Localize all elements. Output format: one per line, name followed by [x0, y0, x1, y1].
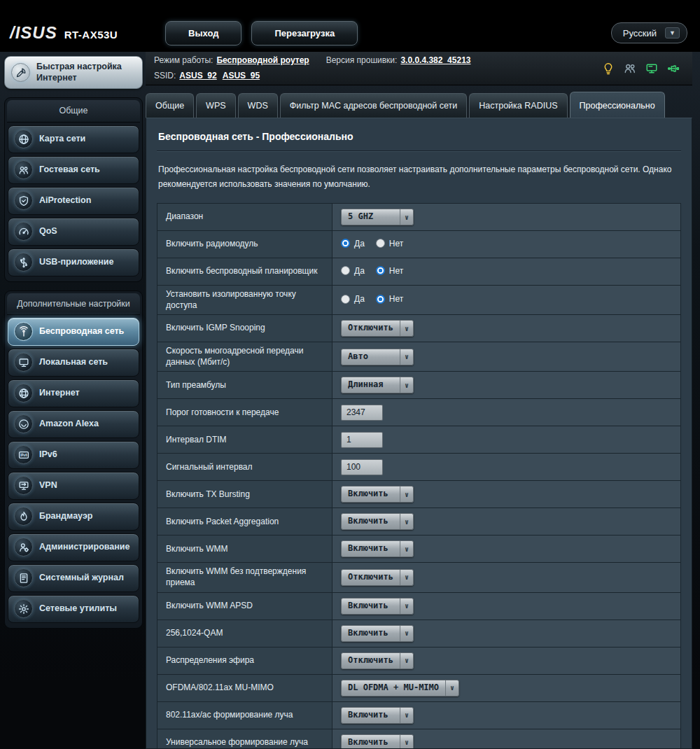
wmm-select[interactable]: Включить∨	[341, 540, 414, 557]
ssid-link-2[interactable]: ASUS_95	[223, 71, 260, 80]
sidebar-item-administration[interactable]: Администрирование	[8, 533, 139, 561]
isolated-ap-radio-no[interactable]: Нет	[376, 294, 403, 304]
qam-select[interactable]: Включить∨	[341, 625, 414, 642]
ipv6-icon: IPv6	[14, 445, 33, 464]
setting-value-cell	[332, 426, 681, 454]
setting-value-cell: ДаНет	[332, 286, 681, 315]
logout-button[interactable]: Выход	[165, 21, 241, 46]
operation-mode-link[interactable]: Беспроводной роутер	[216, 55, 309, 65]
radio-enable-radio-yes[interactable]: Да	[341, 239, 365, 248]
setting-row: Интервал DTIM	[158, 426, 681, 454]
setting-value-cell: Включить∨	[332, 620, 681, 647]
setting-row: 256,1024-QAMВключить∨	[158, 620, 681, 647]
setting-row: Включить радиомодульДаНет	[158, 231, 681, 258]
sidebar-item-aiprotection[interactable]: AiProtection	[8, 187, 139, 215]
setting-value-cell: Отключить∨	[332, 563, 681, 592]
rts-threshold-input[interactable]	[341, 405, 383, 421]
chevron-down-icon: ∨	[400, 321, 413, 336]
wmm-apsd-select[interactable]: Включить∨	[341, 598, 414, 615]
operation-mode-label: Режим работы:	[154, 55, 213, 65]
sidebar-item-system-log[interactable]: Системный журнал	[8, 564, 139, 592]
quick-setup-label: Быстрая настройка Интернет	[36, 62, 136, 83]
rocket-icon	[11, 63, 30, 82]
clients-icon[interactable]	[624, 62, 636, 75]
selected-value: Отключить	[342, 321, 400, 336]
airtime-fairness-select[interactable]: Отключить∨	[341, 652, 414, 669]
sidebar-item-alexa[interactable]: Amazon Alexa	[8, 410, 139, 438]
setting-row: Включить Packet AggregationВключить∨	[158, 508, 681, 536]
tx-bursting-select[interactable]: Включить∨	[341, 486, 414, 503]
setting-value-cell: Авто∨	[332, 342, 681, 372]
sidebar-item-guest-network[interactable]: Гостевая сеть	[8, 156, 139, 184]
guest-network-icon	[14, 160, 33, 179]
dtim-interval-input[interactable]	[341, 432, 383, 448]
isolated-ap-radio-yes[interactable]: Да	[341, 294, 365, 304]
setting-row: Диапазон5 GHZ∨	[158, 204, 681, 231]
ssid-link-1[interactable]: ASUS_92	[179, 71, 216, 80]
wireless-scheduler-radio-no[interactable]: Нет	[376, 266, 403, 276]
reboot-button[interactable]: Перезагрузка	[251, 21, 358, 46]
universal-beamforming-select[interactable]: Включить∨	[341, 734, 414, 749]
firmware-version-link[interactable]: 3.0.0.4.382_45213	[400, 55, 470, 65]
sidebar-item-lan[interactable]: Локальная сеть	[8, 349, 139, 377]
sidebar-section-title: Общие	[7, 100, 140, 122]
chevron-down-icon: ▼	[665, 27, 680, 38]
status-icons	[602, 62, 684, 75]
radio-enable-radio-no[interactable]: Нет	[376, 239, 403, 248]
chevron-down-icon: ∨	[400, 209, 413, 225]
router-model: RT-AX53U	[64, 29, 118, 41]
sidebar-item-ipv6[interactable]: IPv6IPv6	[8, 441, 139, 469]
sidebar-item-wan[interactable]: Интернет	[8, 379, 139, 407]
setting-row: Включить WMMВключить∨	[158, 536, 681, 563]
wmm-no-ack-select[interactable]: Отключить∨	[341, 569, 414, 586]
firewall-icon	[14, 507, 33, 526]
sidebar-item-vpn[interactable]: VPN	[8, 472, 139, 500]
sidebar-item-label: Карта сети	[39, 134, 85, 144]
tab-wps[interactable]: WPS	[196, 93, 235, 118]
setting-value-cell: Включить∨	[332, 536, 681, 563]
usb-device-icon[interactable]	[667, 62, 680, 75]
selected-value: Включить	[342, 735, 395, 749]
wan-icon	[14, 384, 33, 402]
selected-value: Длинная	[342, 377, 390, 393]
setting-row: Включить WMM APSDВключить∨	[158, 592, 681, 620]
sidebar-item-label: QoS	[39, 226, 57, 237]
sidebar-item-firewall[interactable]: Брандмауэр	[8, 503, 139, 531]
sidebar-item-qos[interactable]: QoS	[8, 218, 139, 246]
beacon-interval-input[interactable]	[341, 459, 383, 475]
setting-label: Интервал DTIM	[158, 426, 332, 454]
printer-icon[interactable]	[645, 62, 658, 75]
setting-value-cell: Включить∨	[332, 701, 681, 729]
selected-value: Включить	[342, 514, 395, 529]
tab-wds[interactable]: WDS	[238, 93, 278, 118]
tab-general[interactable]: Общие	[146, 93, 194, 118]
sidebar-item-network-map[interactable]: Карта сети	[8, 125, 139, 153]
content-panel: Беспроводная сеть - Профессионально Проф…	[146, 118, 692, 749]
setting-row: 802.11ax/ac формирование лучаВключить∨	[158, 701, 681, 729]
sidebar-item-usb-app[interactable]: USB-приложение	[8, 248, 139, 276]
sidebar-item-wireless[interactable]: Беспроводная сеть	[8, 318, 139, 346]
igmp-snooping-select[interactable]: Отключить∨	[341, 320, 414, 337]
setting-row: OFDMA/802.11ax MU-MIMODL OFDMA + MU-MIMO…	[158, 674, 681, 701]
tab-professional[interactable]: Профессионально	[570, 92, 665, 118]
preamble-type-select[interactable]: Длинная∨	[341, 377, 414, 393]
info-text: Режим работы:Беспроводной роутерВерсия п…	[154, 53, 477, 83]
beamforming-11ax-select[interactable]: Включить∨	[341, 707, 414, 724]
selected-value: 5 GHZ	[342, 209, 379, 225]
sidebar-item-network-tools[interactable]: Сетевые утилиты	[8, 595, 139, 623]
chevron-down-icon: ∨	[400, 514, 413, 529]
network-map-icon	[14, 130, 33, 148]
band-select[interactable]: 5 GHZ∨	[341, 209, 414, 225]
multicast-rate-select[interactable]: Авто∨	[341, 349, 414, 365]
language-selector[interactable]: Русский ▼	[611, 22, 687, 43]
tools-icon	[14, 599, 33, 618]
ofdma-mumimo-select[interactable]: DL OFDMA + MU-MIMO∨	[341, 680, 459, 696]
radio-button-icon	[376, 239, 385, 248]
setting-row: Тип преамбулыДлинная∨	[158, 372, 681, 399]
led-bulb-icon[interactable]	[602, 62, 615, 75]
tab-radius[interactable]: Настройка RADIUS	[469, 93, 567, 118]
tab-mac-filter[interactable]: Фильтр MAC адресов беспроводной сети	[280, 93, 468, 118]
packet-aggregation-select[interactable]: Включить∨	[341, 513, 414, 530]
wireless-scheduler-radio-yes[interactable]: Да	[341, 266, 365, 276]
quick-setup-button[interactable]: Быстрая настройка Интернет	[4, 56, 143, 89]
